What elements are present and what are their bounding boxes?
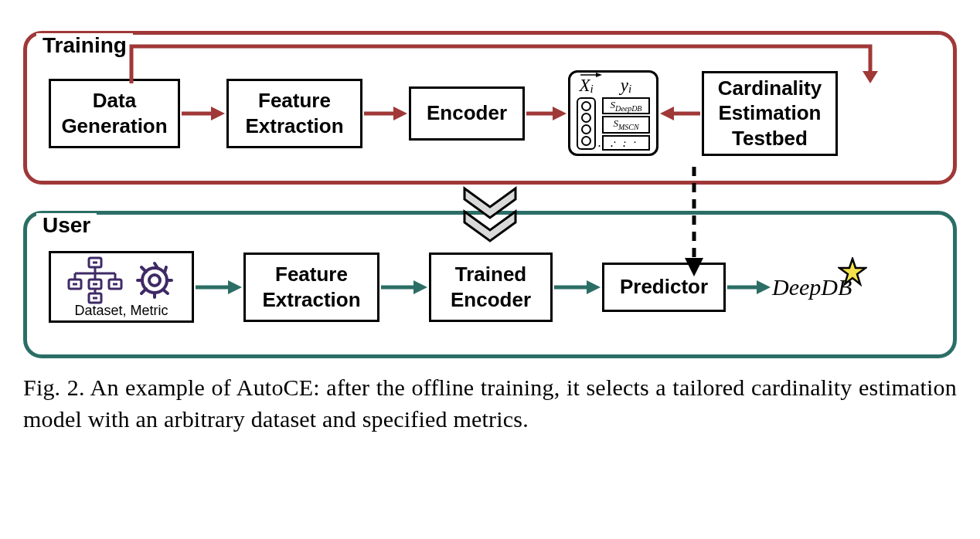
svg-marker-11 <box>464 188 516 218</box>
trainedenc-l1: Trained <box>455 262 526 287</box>
svg-marker-14 <box>685 258 703 276</box>
arrow-predictor-output <box>726 276 772 299</box>
dashed-arrow-xy-predictor <box>679 164 709 280</box>
dataset-schema-icon <box>67 256 123 304</box>
arrow-datagen-featext <box>180 102 226 125</box>
chevron-down-icon <box>455 185 525 246</box>
svg-marker-2 <box>211 107 225 120</box>
featext-train-l1: Feature <box>258 88 331 114</box>
svg-point-31 <box>149 275 160 286</box>
x-column: Xi <box>577 76 596 150</box>
svg-marker-34 <box>228 280 242 294</box>
featext-train-l2: Extraction <box>245 114 343 139</box>
s-deepdb: SDeepDB <box>602 97 650 115</box>
training-label: Training <box>36 33 133 58</box>
svg-marker-0 <box>863 71 878 83</box>
svg-marker-36 <box>413 280 427 294</box>
encoder-label: Encoder <box>427 100 507 126</box>
gear-icon <box>134 259 175 301</box>
svg-point-32 <box>142 268 167 293</box>
trainedenc-l2: Encoder <box>451 287 531 313</box>
svg-marker-6 <box>553 107 567 120</box>
trained-encoder-box: Trained Encoder <box>429 253 553 322</box>
featext-user-l2: Extraction <box>262 287 360 313</box>
svg-marker-38 <box>587 280 601 294</box>
output-deepdb: DeepDB <box>772 274 852 300</box>
arrow-trainedenc-predictor <box>553 276 602 299</box>
testbed-l2: Estimation <box>719 100 822 126</box>
svg-marker-41 <box>839 259 866 284</box>
s-mscn: SMSCN <box>602 116 650 134</box>
data-generation-l2: Generation <box>61 114 167 139</box>
feature-extraction-box-user: Feature Extraction <box>243 253 379 322</box>
data-generation-l1: Data <box>93 88 136 114</box>
user-row: Dataset, Metric Feature Extraction Train… <box>49 235 931 339</box>
svg-marker-40 <box>757 280 771 294</box>
training-top-arrow <box>128 40 878 85</box>
data-generation-box: Data Generation <box>49 79 180 148</box>
star-icon <box>838 257 867 286</box>
user-input-box: Dataset, Metric <box>49 251 194 323</box>
arrow-featext-encoder <box>362 102 409 125</box>
xy-bottom-dots: · · · <box>570 140 656 154</box>
testbed-l3: Testbed <box>732 126 808 151</box>
figure-caption: Fig. 2. An example of AutoCE: after the … <box>23 372 957 435</box>
svg-marker-4 <box>393 107 407 120</box>
svg-marker-10 <box>660 107 674 120</box>
featext-user-l1: Feature <box>275 262 348 287</box>
feature-extraction-box-train: Feature Extraction <box>226 79 362 148</box>
encoder-box: Encoder <box>409 86 525 141</box>
arrow-encoder-xy <box>525 102 568 125</box>
arrow-user-input-featext <box>194 276 243 299</box>
arrow-featext-trainedenc <box>379 276 429 299</box>
arrow-testbed-xy <box>658 102 702 125</box>
user-input-caption: Dataset, Metric <box>74 303 168 319</box>
